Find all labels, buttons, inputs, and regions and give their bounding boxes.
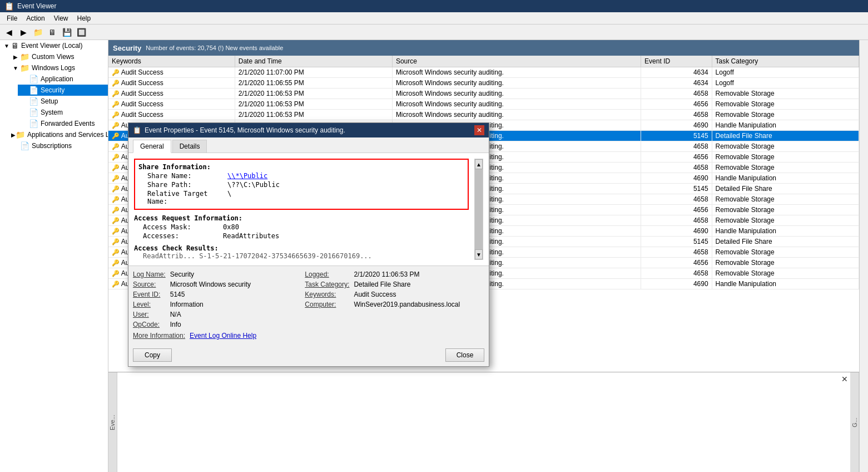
toolbar-back[interactable]: ◀ xyxy=(2,26,16,38)
sidebar-item-windows-logs[interactable]: ▼ 📁 Windows Logs xyxy=(9,62,108,73)
share-name-value[interactable]: \\*\Public xyxy=(227,172,267,180)
dialog-scrollbar[interactable]: ▲ ▼ xyxy=(474,159,483,260)
menu-action[interactable]: Action xyxy=(22,13,49,23)
cell-keyword: 🔑 Audit Success xyxy=(108,99,235,110)
dialog-tab-details[interactable]: Details xyxy=(172,140,207,153)
cell-eventid: 5145 xyxy=(641,237,712,247)
accesses-row: Accesses: ReadAttributes xyxy=(134,232,469,240)
cell-eventid: 4656 xyxy=(641,258,712,268)
col-task[interactable]: Task Category xyxy=(712,56,859,67)
toolbar-open[interactable]: 📁 xyxy=(31,26,44,38)
sidebar-item-app-services[interactable]: ▶ 📁 Applications and Services Lo... xyxy=(9,129,108,140)
cell-keyword: 🔑 Audit Success xyxy=(108,67,235,78)
toolbar-computer[interactable]: 🖥 xyxy=(46,26,59,38)
copy-button[interactable]: Copy xyxy=(133,348,172,362)
cell-task: Handle Manipulation xyxy=(712,173,859,184)
cell-source: Microsoft Windows security auditing. xyxy=(392,67,641,78)
dialog-tab-general[interactable]: General xyxy=(133,140,171,153)
share-path-label: Share Path: xyxy=(138,181,227,189)
bottom-panel: Eve... ✕ G... xyxy=(108,372,859,472)
close-button[interactable]: Close xyxy=(445,348,484,362)
level-label: Level: xyxy=(133,301,166,308)
sidebar-item-subscriptions[interactable]: 📄 Subscriptions xyxy=(9,140,108,151)
access-check-section: Access Check Results: ReadAttrib... S-1-… xyxy=(134,244,469,260)
relative-target-label: Relative Target Name: xyxy=(138,190,227,205)
dialog-scroll-up[interactable]: ▲ xyxy=(475,159,483,169)
col-source[interactable]: Source xyxy=(392,56,641,67)
col-datetime[interactable]: Date and Time xyxy=(235,56,392,67)
bottom-content: ✕ xyxy=(117,372,850,472)
table-header-row: Keywords Date and Time Source Event ID T… xyxy=(108,56,859,67)
task-category-value: Detailed File Share xyxy=(354,281,484,288)
root-icon: 🖥 xyxy=(11,41,19,50)
forwarded-icon: 📄 xyxy=(29,119,38,128)
cell-eventid: 4656 xyxy=(641,99,712,110)
sidebar: ▼ 🖥 Event Viewer (Local) ▶ 📁 Custom View… xyxy=(0,40,108,472)
cell-task: Removable Storage xyxy=(712,247,859,258)
app-services-label: Applications and Services Lo... xyxy=(27,131,108,139)
cell-datetime: 2/1/2020 11:06:55 PM xyxy=(235,78,392,88)
sidebar-item-system[interactable]: 📄 System xyxy=(18,107,108,118)
table-row[interactable]: 🔑 Audit Success2/1/2020 11:06:53 PMMicro… xyxy=(108,110,859,120)
cell-eventid: 4658 xyxy=(641,141,712,152)
computer-label: Computer: xyxy=(305,301,349,308)
setup-label: Setup xyxy=(41,97,58,105)
sidebar-item-application[interactable]: 📄 Application xyxy=(18,73,108,85)
menu-view[interactable]: View xyxy=(49,13,73,23)
right-scrollbar[interactable] xyxy=(859,40,868,472)
access-request-section: Access Request Information: Access Mask:… xyxy=(134,214,469,240)
system-icon: 📄 xyxy=(29,108,38,117)
logged-value: 2/1/2020 11:06:53 PM xyxy=(354,271,484,278)
dialog-close-x-button[interactable]: ✕ xyxy=(474,125,484,135)
cell-task: Removable Storage xyxy=(712,268,859,279)
col-keywords[interactable]: Keywords xyxy=(108,56,235,67)
dialog-scroll-down[interactable]: ▼ xyxy=(475,249,483,259)
cell-eventid: 4634 xyxy=(641,67,712,78)
dialog-main-content: Share Information: Share Name: \\*\Publi… xyxy=(134,159,469,260)
toolbar-filter[interactable]: 🔲 xyxy=(75,26,88,38)
windows-logs-children: 📄 Application 📄 Security 📄 Setup 📄 S xyxy=(9,73,108,129)
bottom-panel-close[interactable]: ✕ xyxy=(841,375,848,384)
relative-target-row: Relative Target Name: \ xyxy=(138,190,464,205)
sidebar-item-security[interactable]: 📄 Security xyxy=(18,85,108,96)
toolbar: ◀ ▶ 📁 🖥 💾 🔲 xyxy=(0,24,868,40)
accesses-label: Accesses: xyxy=(134,232,223,240)
more-info-label: More Information: xyxy=(133,332,185,340)
table-row[interactable]: 🔑 Audit Success2/1/2020 11:07:00 PMMicro… xyxy=(108,67,859,78)
accesses-value: ReadAttributes xyxy=(223,232,279,240)
cell-eventid: 4690 xyxy=(641,279,712,289)
cell-source: Microsoft Windows security auditing. xyxy=(392,78,641,88)
toolbar-forward[interactable]: ▶ xyxy=(17,26,30,38)
system-toggle xyxy=(20,110,29,116)
cell-task: Logoff xyxy=(712,67,859,78)
table-row[interactable]: 🔑 Audit Success2/1/2020 11:06:53 PMMicro… xyxy=(108,99,859,110)
bottom-label-text: Eve... xyxy=(110,414,116,430)
sidebar-item-forwarded[interactable]: 📄 Forwarded Events xyxy=(18,118,108,129)
subscriptions-label: Subscriptions xyxy=(32,142,72,150)
menu-file[interactable]: File xyxy=(2,13,22,23)
menu-bar: File Action View Help xyxy=(0,12,868,24)
cell-task: Removable Storage xyxy=(712,110,859,120)
access-mask-value: 0x80 xyxy=(223,223,239,231)
cell-eventid: 4658 xyxy=(641,110,712,120)
cell-eventid: 4656 xyxy=(641,205,712,215)
sidebar-item-setup[interactable]: 📄 Setup xyxy=(18,96,108,107)
toolbar-save[interactable]: 💾 xyxy=(60,26,73,38)
subscriptions-toggle xyxy=(11,143,20,149)
app-icon: 📋 xyxy=(4,2,14,11)
table-row[interactable]: 🔑 Audit Success2/1/2020 11:06:55 PMMicro… xyxy=(108,78,859,88)
sidebar-root[interactable]: ▼ 🖥 Event Viewer (Local) xyxy=(0,40,108,51)
title-bar: 📋 Event Viewer xyxy=(0,0,868,12)
app-services-icon: 📁 xyxy=(16,130,25,139)
more-info-link[interactable]: Event Log Online Help xyxy=(190,332,256,340)
bottom-label-eve: Eve... xyxy=(108,372,117,472)
sidebar-item-custom-views[interactable]: ▶ 📁 Custom Views xyxy=(9,51,108,62)
col-eventid[interactable]: Event ID xyxy=(641,56,712,67)
access-request-title: Access Request Information: xyxy=(134,214,469,222)
menu-help[interactable]: Help xyxy=(73,13,96,23)
event-id-value: 5145 xyxy=(170,291,301,298)
cell-source: Microsoft Windows security auditing. xyxy=(392,99,641,110)
table-row[interactable]: 🔑 Audit Success2/1/2020 11:06:53 PMMicro… xyxy=(108,88,859,99)
cell-task: Handle Manipulation xyxy=(712,226,859,237)
share-path-row: Share Path: \??\C:\Public xyxy=(138,181,464,189)
